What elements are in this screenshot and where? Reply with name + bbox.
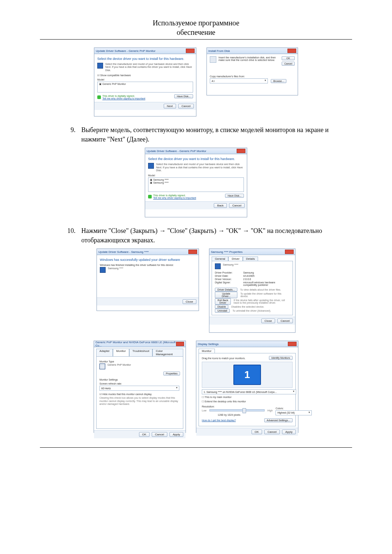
ok-button[interactable]: OK — [282, 56, 295, 60]
step-10: 10. Нажмите "Close" (Закрыть) → "Close" … — [65, 226, 352, 245]
monitor-icon — [100, 267, 106, 273]
copy-from-label: Copy manufacturer's files from: — [210, 75, 295, 78]
disk-icon — [210, 56, 216, 63]
cancel-button[interactable]: Cancel — [264, 430, 280, 434]
title-text: Update Driver Software - Samsung **** — [98, 250, 149, 254]
dialog-update-done: Update Driver Software - Samsung **** Wi… — [97, 249, 199, 311]
close-icon[interactable] — [237, 149, 245, 153]
tab-driver[interactable]: Driver — [228, 257, 242, 261]
advanced-settings-button[interactable]: Advanced Settings... — [264, 418, 293, 422]
hide-modes-check[interactable]: ☑ Hide modes that this monitor cannot di… — [99, 393, 180, 396]
monitor-1-icon[interactable]: 1 — [233, 365, 261, 385]
model-list[interactable]: ▣ Generic PnP Monitor — [97, 82, 193, 93]
primary-check: ☐ This is my main monitor — [202, 396, 293, 399]
close-icon[interactable] — [186, 49, 195, 53]
done-heading: Windows has successfully updated your dr… — [100, 258, 196, 262]
close-icon[interactable] — [188, 250, 197, 254]
signed-note: This driver is digitally signed. Tell me… — [148, 194, 196, 199]
tab-troubleshoot[interactable]: Troubleshoot — [129, 349, 152, 356]
colors-select[interactable]: Highest (32 bit) — [275, 410, 312, 415]
rollback-button[interactable]: Roll Back Driver — [215, 298, 231, 305]
done-device: Samsung **** — [100, 267, 196, 273]
ok-button[interactable]: OK — [139, 432, 150, 437]
hide-modes-desc: Clearing this check box allows you to se… — [99, 397, 180, 406]
done-line: Windows has finished installing the driv… — [100, 264, 196, 266]
best-display-link[interactable]: How do I get the best display? — [202, 419, 236, 422]
update-driver-button[interactable]: Update Driver... — [215, 292, 237, 298]
browse-button[interactable]: Browse... — [271, 79, 286, 83]
cancel-button[interactable]: Cancel — [152, 432, 167, 437]
model-list[interactable]: ▣ Samsung **** ▣ Samsung **** — [148, 177, 244, 192]
cancel-button[interactable]: Cancel — [282, 62, 295, 66]
cancel-button[interactable]: Cancel — [277, 319, 293, 323]
colors-label: Colors: — [275, 407, 312, 410]
signing-link[interactable]: Tell me why driver signing is important — [102, 97, 145, 100]
identify-monitors-button[interactable]: Identify Monitors — [269, 356, 293, 360]
title-text: Install From Disk — [208, 49, 230, 53]
copy-from-field[interactable]: A:\ — [210, 78, 268, 83]
dialog-heading: Select the device driver you want to ins… — [97, 57, 193, 61]
tab-general[interactable]: General — [212, 257, 228, 261]
drag-label: Drag the icons to match your monitors. — [202, 357, 245, 360]
monitor-icon — [215, 263, 221, 269]
resolution-value: 1280 by 1024 pixels — [202, 414, 256, 416]
close-icon[interactable] — [176, 342, 184, 346]
tab-details[interactable]: Details — [243, 257, 258, 261]
have-disk-button[interactable]: Have Disk... — [225, 194, 244, 198]
title-text: Update Driver Software - Generic PnP Mon… — [147, 149, 206, 153]
next-button[interactable]: Next — [164, 104, 176, 108]
title-text: Generic PnP Monitor and NVIDIA GeForce 6… — [95, 341, 176, 347]
cancel-button[interactable]: Cancel — [229, 203, 245, 208]
shield-icon — [148, 195, 152, 198]
tab-monitor[interactable]: Monitor — [199, 349, 215, 353]
model-label: Model — [97, 78, 193, 81]
dialog-hint: Select the manufacturer and model of you… — [148, 163, 244, 172]
disable-button[interactable]: Disable — [215, 305, 228, 309]
ok-button[interactable]: OK — [252, 430, 262, 434]
monitor-type-label: Monitor Type — [99, 360, 180, 363]
signing-link[interactable]: Tell me why driver signing is important — [153, 197, 196, 199]
refresh-select[interactable]: 60 Hertz — [99, 386, 179, 391]
disk-icon — [97, 63, 103, 69]
shield-icon — [97, 95, 101, 99]
apply-button[interactable]: Apply — [282, 430, 296, 434]
dialog-update-driver-pnp: Update Driver Software - Generic PnP Mon… — [94, 48, 196, 116]
footer-rule — [40, 447, 352, 448]
dialog-monitor-properties: Generic PnP Monitor and NVIDIA GeForce 6… — [94, 341, 186, 433]
apply-button[interactable]: Apply — [170, 432, 183, 437]
extend-check: ☐ Extend the desktop onto this monitor — [202, 400, 293, 403]
resolution-slider[interactable] — [209, 409, 265, 411]
properties-button[interactable]: Properties — [163, 372, 180, 376]
close-icon[interactable] — [285, 250, 294, 254]
signed-note: This driver is digitally signed. Tell me… — [97, 95, 145, 100]
title-text: Samsung **** Properties — [211, 250, 242, 254]
uninstall-button[interactable]: Uninstall — [215, 309, 230, 313]
tab-monitor[interactable]: Monitor — [113, 349, 129, 356]
device-row: Samsung **** — [215, 263, 290, 269]
title-text: Display Settings — [198, 342, 219, 346]
close-icon[interactable] — [288, 342, 297, 346]
ifd-hint: Insert the manufacturer's installation d… — [219, 56, 279, 61]
close-button[interactable]: Close — [261, 319, 275, 323]
dialog-heading: Select the device driver you want to ins… — [148, 157, 244, 161]
disk-icon — [148, 163, 154, 169]
back-button[interactable]: Back — [214, 203, 227, 208]
have-disk-button[interactable]: Have Disk... — [174, 94, 193, 98]
dialog-update-driver-model: Update Driver Software - Generic PnP Mon… — [145, 148, 247, 217]
dialog-display-settings: Display Settings Monitor Drag the icons … — [196, 341, 298, 433]
display-select[interactable]: 1. Samsung **** on NVIDIA GeForce 6600 L… — [202, 389, 296, 394]
tab-adapter[interactable]: Adapter — [96, 349, 113, 356]
step-9: 9. Выберите модель, соответствующую мони… — [65, 125, 352, 144]
compat-checkbox-label[interactable]: ☑ Show compatible hardware — [97, 74, 193, 77]
dialog-hint: Select the manufacturer and model of you… — [97, 63, 193, 72]
close-button[interactable]: Close — [183, 299, 196, 304]
dialog-driver-properties: Samsung **** Properties General Driver D… — [209, 249, 295, 333]
driver-details-button[interactable]: Driver Details... — [215, 288, 237, 292]
title-text: Update Driver Software - Generic PnP Mon… — [96, 49, 155, 53]
monitor-icon — [99, 364, 105, 369]
refresh-label: Screen refresh rate: — [99, 382, 180, 385]
close-icon[interactable] — [287, 49, 296, 53]
cancel-button[interactable]: Cancel — [178, 104, 194, 108]
tab-color[interactable]: Color Management — [152, 349, 183, 356]
monitor-stage[interactable]: 1 — [202, 362, 293, 388]
